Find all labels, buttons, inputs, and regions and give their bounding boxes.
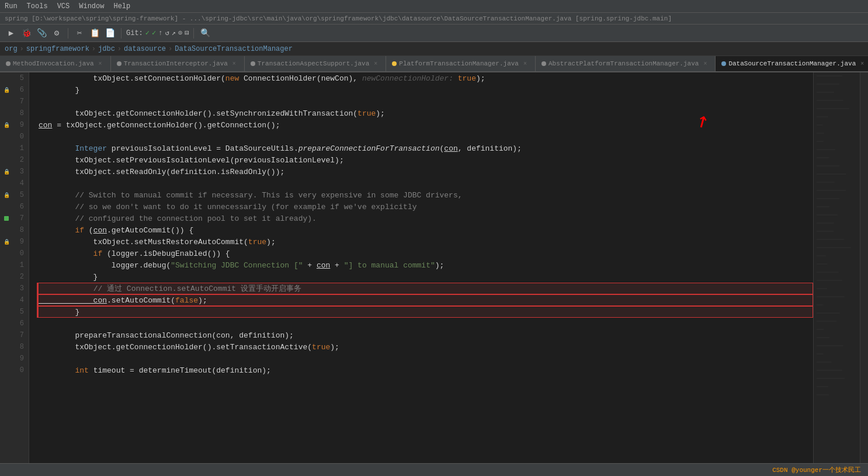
code-line-24 (39, 353, 813, 364)
gutter-line-18: 3 (0, 283, 29, 294)
gutter-line-17: 2 (0, 271, 29, 283)
debug-button[interactable]: 🐞 (20, 27, 33, 40)
breadcrumb-class[interactable]: DataSourceTransactionManager (175, 45, 293, 53)
tab-close[interactable]: × (230, 60, 238, 68)
code-line-25: int timeout = determineTimeout(definitio… (39, 364, 813, 376)
breakpoint-area-1: 🔒 (2, 87, 11, 93)
breadcrumb-datasource[interactable]: datasource (124, 45, 166, 53)
git-indicator: Git: ✓ ✓ ↑ ↺ ↗ ⊙ ⊟ (126, 29, 189, 37)
sep3 (193, 28, 194, 39)
minimap-canvas (814, 72, 860, 463)
line-gutter: 5🔒678🔒9012🔒34🔒5678🔒901234567890 (0, 72, 29, 463)
git-check1: ✓ (145, 29, 150, 37)
gutter-line-4: 🔒9 (0, 119, 29, 131)
code-line-17: } (39, 271, 813, 283)
code-line-18: // 通过 Connection.setAutoCommit 设置手动开启事务 (37, 283, 813, 294)
menu-tools[interactable]: Tools (27, 2, 48, 11)
git-check2: ✓ (152, 29, 156, 37)
menu-run[interactable]: Run (5, 2, 18, 11)
code-line-1: } (39, 84, 813, 96)
gutter-line-7: 2 (0, 154, 29, 166)
gutter-line-22: 7 (0, 329, 29, 341)
menu-vcs[interactable]: VCS (57, 2, 70, 11)
tab-close[interactable]: × (521, 60, 529, 68)
sep4: › (168, 45, 172, 53)
breadcrumb-springframework[interactable]: springframework (26, 45, 89, 53)
breakpoint-area-4: 🔒 (2, 122, 11, 128)
tab-methodinvocation[interactable]: MethodInvocation.java × (0, 56, 111, 71)
code-line-22: prepareTransactionalConnection(con, defi… (39, 329, 813, 341)
run-button[interactable]: ▶ (5, 27, 18, 40)
git-branch[interactable]: ⊟ (185, 29, 189, 37)
gutter-line-20: 5 (0, 306, 29, 318)
menu-help[interactable]: Help (113, 2, 130, 11)
tab-label: AbstractPlatformTransactionManager.java (548, 60, 699, 67)
tab-close[interactable]: × (701, 60, 709, 68)
tab-platformtransactionmanager[interactable]: PlatformTransactionManager.java × (386, 56, 536, 71)
sep2: › (92, 45, 96, 53)
breadcrumb-jdbc[interactable]: jdbc (98, 45, 115, 53)
green-mark (4, 216, 9, 221)
gutter-line-0: 5 (0, 72, 29, 84)
breakpoint-area-14: 🔒 (2, 239, 11, 245)
minimap[interactable] (813, 72, 860, 463)
code-line-15: if (logger.isDebugEnabled()) { (39, 248, 813, 259)
sep3: › (117, 45, 121, 53)
code-line-5 (39, 131, 813, 143)
tab-label: MethodInvocation.java (13, 60, 94, 67)
title-bar: spring [D:\workspace\spring\spring-frame… (0, 13, 868, 25)
tab-close[interactable]: × (371, 60, 380, 68)
gutter-line-10: 🔒5 (0, 189, 29, 201)
toolbar: ▶ 🐞 📎 ⚙ ✂ 📋 📄 Git: ✓ ✓ ↑ ↺ ↗ ⊙ ⊟ 🔍 (0, 25, 868, 42)
tab-close[interactable]: × (96, 60, 105, 68)
gutter-line-25: 0 (0, 364, 29, 376)
tab-datasourcetransactionmanager[interactable]: DataSourceTransactionManager.java × (716, 56, 868, 72)
code-line-14: txObject.setMustRestoreAutoCommit(true); (39, 236, 813, 248)
code-line-23: txObject.getConnectionHolder().setTransa… (39, 341, 813, 353)
tab-transactionaspectsupport[interactable]: TransactionAspectSupport.java × (245, 56, 386, 71)
code-line-0: txObject.setConnectionHolder(new Connect… (39, 72, 813, 84)
breadcrumb: org › springframework › jdbc › datasourc… (0, 42, 868, 56)
attach-button[interactable]: 📎 (35, 27, 48, 40)
code-area[interactable]: ↗ txObject.setConnectionHolder(new Conne… (29, 72, 813, 463)
tab-close[interactable]: × (858, 60, 866, 68)
code-line-3: txObject.getConnectionHolder().setSynchr… (39, 107, 813, 119)
code-line-12: // configured the connection pool to set… (39, 213, 813, 224)
git-push[interactable]: ⊙ (178, 29, 182, 37)
gutter-line-11: 6 (0, 201, 29, 213)
sep: › (20, 45, 24, 53)
search-button[interactable]: 🔍 (199, 27, 211, 40)
git-revert[interactable]: ↺ (165, 29, 169, 37)
vertical-scrollbar[interactable] (860, 72, 868, 463)
copy-button[interactable]: 📋 (88, 27, 101, 40)
code-line-19: con.setAutoCommit(false); (37, 294, 813, 306)
config-button[interactable]: ⚙ (50, 27, 63, 40)
code-line-8: txObject.setReadOnly(definition.isReadOn… (39, 166, 813, 178)
paste-button[interactable]: 📄 (103, 27, 116, 40)
code-line-20: } (37, 306, 813, 318)
git-commit[interactable]: ↗ (172, 29, 176, 37)
status-bar: CSDN @younger一个技术民工 (0, 463, 868, 476)
tab-transactioninterceptor[interactable]: TransactionInterceptor.java × (111, 56, 245, 71)
code-line-21 (39, 318, 813, 329)
tab-label: TransactionInterceptor.java (124, 60, 228, 67)
cut-button[interactable]: ✂ (73, 27, 86, 40)
gutter-line-1: 🔒6 (0, 84, 29, 96)
tab-label: DataSourceTransactionManager.java (728, 60, 856, 67)
tab-label: PlatformTransactionManager.java (399, 60, 519, 67)
code-line-13: if (con.getAutoCommit()) { (39, 224, 813, 236)
code-line-4: con = txObject.getConnectionHolder().get… (39, 119, 813, 131)
code-line-16: logger.debug("Switching JDBC Connection … (39, 259, 813, 271)
tab-dot (541, 61, 546, 66)
git-label: Git: (126, 29, 143, 37)
tab-abstractplatformtransactionmanager[interactable]: AbstractPlatformTransactionManager.java … (536, 56, 716, 71)
code-line-9 (39, 178, 813, 189)
breadcrumb-org[interactable]: org (5, 45, 18, 53)
status-brand: CSDN @younger一个技术民工 (772, 465, 861, 474)
tab-dot (6, 61, 11, 66)
menu-window[interactable]: Window (79, 2, 104, 11)
gutter-line-19: 4 (0, 294, 29, 306)
sep1 (68, 28, 68, 39)
gutter-line-5: 0 (0, 131, 29, 143)
code-line-6: Integer previousIsolationLevel = DataSou… (39, 143, 813, 154)
